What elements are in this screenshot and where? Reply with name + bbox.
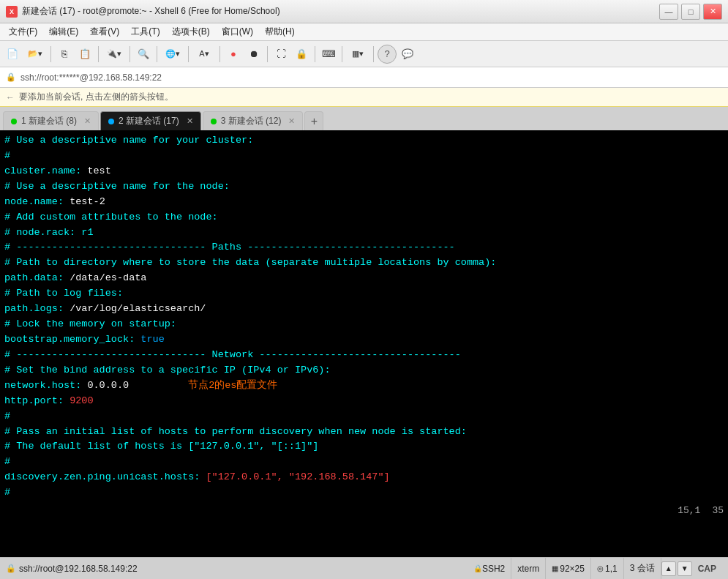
layout-button[interactable]: ▦▾ (346, 45, 369, 64)
term-line-11: # Path to log files: (4, 286, 724, 302)
status-sessions: 3 会话 (630, 562, 655, 575)
status-protocol: SSH2 (482, 564, 505, 574)
new-session-button[interactable]: 📄 (3, 45, 22, 64)
tab-3-close[interactable]: ✕ (288, 116, 295, 126)
term-line-7: # node.rack: r1 (4, 225, 724, 241)
term-line-15: # -------------------------------- Netwo… (4, 348, 724, 363)
toolbar-sep-2 (98, 46, 99, 62)
add-tab-button[interactable]: + (304, 111, 323, 130)
term-line-8: # -------------------------------- Paths… (4, 240, 724, 255)
status-dimensions-seg: ▦ 92×25 (546, 558, 591, 579)
terminal-area[interactable]: # Use a descriptive name for your cluste… (0, 130, 728, 557)
tab-2-label: 2 新建会话 (17) (119, 115, 179, 127)
toolbar-sep-7 (267, 46, 268, 62)
dimensions-icon: ▦ (552, 564, 558, 572)
status-protocol-seg: 🔒 SSH2 (468, 558, 511, 579)
tab-3[interactable]: 3 新建会话 (12) ✕ (203, 111, 304, 130)
menu-tabs[interactable]: 选项卡(B) (166, 24, 216, 40)
term-line-22: # (4, 455, 724, 470)
status-bar: 🔒 ssh://root@192.168.58.149:22 🔒 SSH2 xt… (0, 557, 728, 579)
term-line-2: # (4, 149, 724, 164)
term-line-12: path.logs: /var/log/elasticsearch/ (4, 302, 724, 317)
status-caps: CAP (698, 564, 716, 574)
term-line-14: bootstrap.memory_lock: true (4, 332, 724, 348)
term-line-13: # Lock the memory on startup: (4, 317, 724, 332)
search-button[interactable]: 🔍 (134, 45, 153, 64)
nav-prev-button[interactable]: ▲ (661, 561, 676, 576)
menu-window[interactable]: 窗口(W) (216, 24, 259, 40)
lock-button[interactable]: 🔒 (292, 45, 311, 64)
window-controls: — □ ✕ (659, 4, 722, 20)
app-icon: X (6, 6, 18, 18)
status-position-seg: ◎ 1,1 (591, 558, 624, 579)
nav-next-button[interactable]: ▼ (678, 561, 692, 576)
tab-1-label: 1 新建会话 (8) (21, 115, 77, 127)
toolbar-sep-5 (188, 46, 189, 62)
chat-button[interactable]: 💬 (398, 45, 417, 64)
tab-1-dot (11, 119, 17, 124)
tab-1[interactable]: 1 新建会话 (8) ✕ (3, 111, 99, 130)
toolbar-sep-10 (373, 46, 374, 62)
record-button[interactable]: ⏺ (244, 45, 263, 64)
open-button[interactable]: 📂▾ (23, 45, 47, 64)
term-line-6: # Add custom attributes to the node: (4, 210, 724, 225)
logo-red-button[interactable]: ● (224, 45, 243, 64)
tab-3-label: 3 新建会话 (12) (221, 115, 282, 127)
status-caps-seg: CAP (692, 558, 722, 579)
term-line-20: # Pass an initial list of hosts to perfo… (4, 425, 724, 440)
paste-button[interactable]: 📋 (75, 45, 94, 64)
status-lock-small: 🔒 (473, 564, 482, 572)
toolbar-sep-1 (50, 46, 51, 62)
globe-button[interactable]: 🌐▾ (161, 45, 184, 64)
reconnect-button[interactable]: 🔌▾ (102, 45, 126, 64)
info-bar: ← 要添加当前会话, 点击左侧的箭头按钮。 (0, 88, 728, 107)
minimize-button[interactable]: — (659, 4, 678, 20)
term-line-9: # Path to directory where to store the d… (4, 255, 724, 271)
font-button[interactable]: A▾ (192, 45, 216, 64)
address-bar: 🔒 ssh://root:******@192.168.58.149:22 (0, 67, 728, 88)
fullscreen-button[interactable]: ⛶ (271, 45, 290, 64)
status-encoding-seg: xterm (511, 558, 546, 579)
toolbar-sep-9 (342, 46, 342, 62)
maximize-button[interactable]: □ (681, 4, 700, 20)
toolbar-sep-6 (219, 46, 220, 62)
help-button[interactable]: ? (378, 45, 397, 64)
cursor-position: 15,1 (678, 504, 700, 518)
tab-3-dot (211, 119, 217, 124)
info-text: 要添加当前会话, 点击左侧的箭头按钮。 (19, 91, 173, 103)
arrow-icon: ← (6, 92, 15, 102)
term-line-10: path.data: /data/es-data (4, 271, 724, 286)
term-line-21: # The default list of hosts is ["127.0.0… (4, 439, 724, 455)
term-line-17: network.host: 0.0.0.0 节点2的es配置文件 (4, 378, 724, 394)
menu-bar: 文件(F) 编辑(E) 查看(V) 工具(T) 选项卡(B) 窗口(W) 帮助(… (0, 23, 728, 41)
status-position: 1,1 (605, 564, 618, 574)
term-line-1: # Use a descriptive name for your cluste… (4, 133, 724, 149)
tab-2[interactable]: 2 新建会话 (17) ✕ (100, 111, 201, 130)
lock-icon: 🔒 (6, 72, 16, 82)
term-line-23: discovery.zen.ping.unicast.hosts: ["127.… (4, 470, 724, 485)
status-ssh-address: ssh://root@192.168.58.149:22 (19, 564, 138, 574)
term-line-18: http.port: 9200 (4, 394, 724, 409)
menu-view[interactable]: 查看(V) (84, 24, 125, 40)
close-button[interactable]: ✕ (703, 4, 722, 20)
toolbar-sep-8 (315, 46, 315, 62)
menu-file[interactable]: 文件(F) (3, 24, 43, 40)
term-line-4: # Use a descriptive name for the node: (4, 179, 724, 195)
tab-2-close[interactable]: ✕ (187, 116, 193, 126)
keyboard-button[interactable]: ⌨ (319, 45, 338, 64)
address-text: ssh://root:******@192.168.58.149:22 (20, 72, 162, 83)
window-title: 新建会话 (17) - root@promote:~ - Xshell 6 (F… (22, 5, 659, 18)
menu-tools[interactable]: 工具(T) (125, 24, 165, 40)
menu-help[interactable]: 帮助(H) (259, 24, 301, 40)
status-lock-icon: 🔒 (6, 564, 16, 573)
position-icon: ◎ (597, 564, 604, 572)
copy-button[interactable]: ⎘ (55, 45, 74, 64)
scroll-position: 35 (712, 504, 724, 518)
toolbar: 📄 📂▾ ⎘ 📋 🔌▾ 🔍 🌐▾ A▾ ● ⏺ ⛶ 🔒 ⌨ ▦▾ ? 💬 (0, 41, 728, 67)
toolbar-sep-3 (130, 46, 130, 62)
status-encoding: xterm (517, 564, 539, 574)
tab-bar: 1 新建会话 (8) ✕ 2 新建会话 (17) ✕ 3 新建会话 (12) ✕… (0, 107, 728, 130)
term-line-24: # (4, 485, 724, 501)
menu-edit[interactable]: 编辑(E) (43, 24, 84, 40)
tab-1-close[interactable]: ✕ (84, 116, 91, 126)
